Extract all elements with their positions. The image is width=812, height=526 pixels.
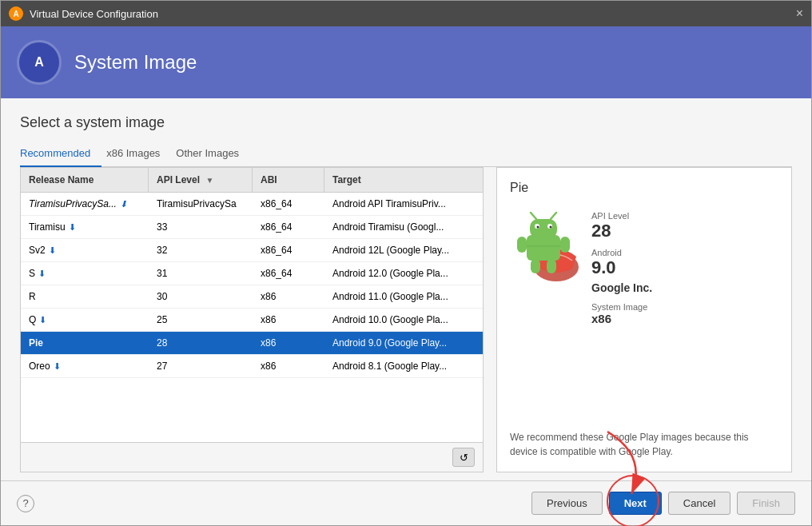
cell-api-level: 33 [149,216,253,238]
footer: ? Previous Next Cancel Finish [1,480,811,525]
cell-release-name: R [21,285,149,308]
cell-target: Android 12.0 (Google Pla... [324,262,483,285]
cell-target: Android 11.0 (Google Pla... [324,285,483,308]
api-level-value: 28 [591,221,778,241]
download-icon[interactable]: ⬇ [69,222,76,233]
download-icon[interactable]: ⬇ [39,315,46,325]
col-abi: ABI [253,168,324,192]
refresh-button[interactable]: ↺ [452,448,475,467]
svg-line-9 [531,213,536,219]
download-icon[interactable]: ⬇ [54,361,61,372]
window-title: Virtual Device Configuration [30,8,796,20]
header-title: System Image [74,51,197,74]
app-icon: A [9,6,23,21]
header-bar: A System Image [1,26,811,98]
previous-button[interactable]: Previous [531,492,603,515]
cell-release-name: TiramisuPrivacySa... ⬇ [21,193,149,215]
cell-release-name: Pie [21,332,149,354]
android-value: 9.0 [591,257,778,278]
window: A Virtual Device Configuration × A Syste… [0,0,812,526]
svg-rect-11 [517,237,527,253]
cell-release-name: Tiramisu ⬇ [21,216,149,238]
svg-rect-4 [530,219,557,238]
svg-text:A: A [34,55,44,69]
cell-abi: x86_64 [253,239,324,261]
cancel-button[interactable]: Cancel [668,492,730,515]
download-icon[interactable]: ⬇ [49,245,56,256]
col-release-name: Release Name [21,168,149,192]
cell-release-name: Oreo ⬇ [21,355,149,377]
table-row[interactable]: Tiramisu ⬇ 33 x86_64 Android Tiramisu (G… [21,216,483,239]
cell-target: Android 12L (Google Play... [324,239,483,261]
cell-release-name: S ⬇ [21,262,149,285]
api-level-label: API Level [591,211,778,221]
cell-api-level: 25 [149,309,253,331]
col-target: Target [324,168,483,192]
cell-release-name: Q ⬇ [21,309,149,331]
tabs-container: Recommended x86 Images Other Images [20,142,792,167]
system-image-label: System Image [591,302,778,312]
svg-rect-13 [531,259,540,273]
table-row[interactable]: Q ⬇ 25 x86 Android 10.0 (Google Pla... [21,309,483,332]
cell-abi: x86_64 [253,262,324,285]
cell-api-level: 31 [149,262,253,285]
android-illustration [510,205,582,285]
svg-rect-14 [547,259,556,273]
tab-x86[interactable]: x86 Images [106,142,171,167]
table-row[interactable]: R 30 x86 Android 11.0 (Google Pla... [21,285,483,309]
header-logo: A [17,40,62,85]
cell-target: Android API TiramisuPriv... [324,193,483,215]
finish-button[interactable]: Finish [737,492,795,515]
svg-point-7 [536,226,539,229]
download-icon[interactable]: ⬇ [38,269,46,279]
cell-api-level: 27 [149,355,253,377]
android-robot-svg [512,205,580,285]
cell-api-level: 32 [149,239,253,261]
svg-line-10 [551,213,556,219]
company-value: Google Inc. [591,281,778,294]
svg-rect-3 [527,235,560,261]
cell-abi: x86_64 [253,193,324,215]
content-area: Select a system image Recommended x86 Im… [1,98,811,480]
cell-api-level: 28 [149,332,253,354]
cell-release-name: Sv2 ⬇ [21,239,149,261]
tab-recommended[interactable]: Recommended [20,142,102,167]
table-row-selected[interactable]: Pie 28 x86 Android 9.0 (Google Play... [21,332,483,355]
cell-abi: x86 [253,285,324,308]
tab-other[interactable]: Other Images [176,142,250,167]
detail-info: API Level 28 Android 9.0 Google Inc. Sys… [591,205,778,420]
table-row[interactable]: TiramisuPrivacySa... ⬇ TiramisuPrivacySa… [21,193,483,216]
system-image-table: Release Name API Level ▼ ABI Target Tira… [20,167,484,472]
detail-body: API Level 28 Android 9.0 Google Inc. Sys… [510,205,778,420]
footer-left: ? [17,495,34,512]
cell-abi: x86 [253,355,324,377]
cell-abi: x86 [253,309,324,331]
help-button[interactable]: ? [17,495,34,512]
main-area: Release Name API Level ▼ ABI Target Tira… [20,167,792,472]
cell-target: Android 10.0 (Google Pla... [324,309,483,331]
sort-icon: ▼ [205,176,213,185]
next-button[interactable]: Next [609,492,662,515]
cell-abi: x86_64 [253,216,324,238]
cell-target: Android 8.1 (Google Play... [324,355,483,377]
close-button[interactable]: × [796,6,803,21]
cell-target: Android 9.0 (Google Play... [324,332,483,354]
page-title: Select a system image [20,114,792,131]
detail-title: Pie [510,181,778,195]
table-row[interactable]: Sv2 ⬇ 32 x86_64 Android 12L (Google Play… [21,239,483,262]
table-row[interactable]: S ⬇ 31 x86_64 Android 12.0 (Google Pla..… [21,262,483,285]
svg-rect-12 [560,237,570,253]
cell-api-level: TiramisuPrivacySa [149,193,253,215]
table-footer: ↺ [21,442,483,472]
footer-buttons: Previous Next Cancel Finish [531,492,795,515]
svg-point-8 [549,226,551,229]
cell-abi: x86 [253,332,324,354]
title-bar: A Virtual Device Configuration × [1,1,811,26]
cell-target: Android Tiramisu (Googl... [324,216,483,238]
table-row[interactable]: Oreo ⬇ 27 x86 Android 8.1 (Google Play..… [21,355,483,378]
download-icon[interactable]: ⬇ [120,199,127,209]
table-header: Release Name API Level ▼ ABI Target [21,168,483,193]
android-label: Android [591,248,778,257]
col-api-level[interactable]: API Level ▼ [149,168,253,192]
cell-api-level: 30 [149,285,253,308]
